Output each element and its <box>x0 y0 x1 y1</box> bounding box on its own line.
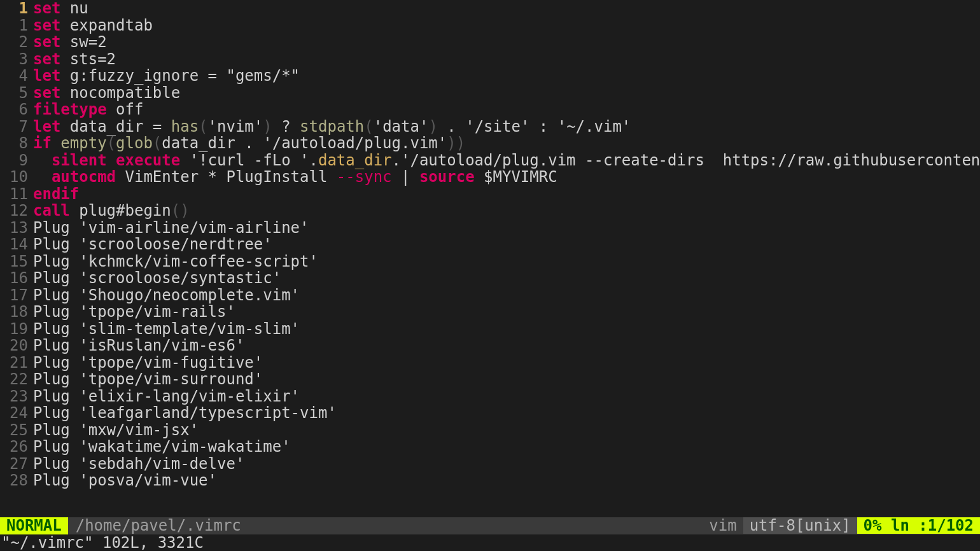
filetype-indicator: vim <box>703 517 743 534</box>
line-number: 16 <box>0 270 33 287</box>
code-line: 12 call plug#begin() <box>0 202 980 220</box>
code-line: 8 if empty(glob(data_dir . '/autoload/pl… <box>0 135 980 152</box>
code-line: 10 autocmd VimEnter * PlugInstall --sync… <box>0 169 980 186</box>
line-number: 13 <box>0 220 33 237</box>
code-line: 25Plug 'mxw/vim-jsx' <box>0 422 980 439</box>
line-content: Plug 'slim-template/vim-slim' <box>33 321 980 338</box>
code-line: 26Plug 'wakatime/vim-wakatime' <box>0 438 980 456</box>
line-number: 1 <box>0 17 33 34</box>
line-content: call plug#begin() <box>33 202 980 220</box>
line-number: 23 <box>0 388 33 405</box>
line-content: Plug 'tpope/vim-fugitive' <box>33 354 980 372</box>
line-content: silent execute '!curl -fLo '.data_dir.'/… <box>33 152 980 169</box>
line-number: 2 <box>0 34 33 51</box>
line-content: Plug 'Shougo/neocomplete.vim' <box>33 287 980 304</box>
line-content: Plug 'wakatime/vim-wakatime' <box>33 438 980 456</box>
line-content: filetype off <box>33 101 980 118</box>
line-content: set expandtab <box>33 17 980 34</box>
line-number: 14 <box>0 236 33 253</box>
code-line: 13Plug 'vim-airline/vim-airline' <box>0 220 980 237</box>
line-content: let data_dir = has('nvim') ? stdpath('da… <box>33 118 980 136</box>
code-line: 18Plug 'tpope/vim-rails' <box>0 303 980 321</box>
code-area[interactable]: 1 set nu 1 set expandtab 2 set sw=2 3 se… <box>0 0 980 489</box>
line-number: 21 <box>0 354 33 372</box>
line-number: 25 <box>0 422 33 439</box>
status-line: NORMAL /home/pavel/.vimrc vim utf-8[unix… <box>0 517 980 534</box>
line-content: set nu <box>33 0 980 17</box>
line-content: Plug 'tpope/vim-rails' <box>33 303 980 321</box>
line-number: 12 <box>0 202 33 220</box>
code-line: 7 let data_dir = has('nvim') ? stdpath('… <box>0 118 980 136</box>
line-content: Plug 'scrooloose/syntastic' <box>33 270 980 287</box>
line-number: 4 <box>0 67 33 85</box>
vim-editor[interactable]: 1 set nu 1 set expandtab 2 set sw=2 3 se… <box>0 0 980 551</box>
code-line: 15Plug 'kchmck/vim-coffee-script' <box>0 253 980 270</box>
line-content: set nocompatible <box>33 85 980 102</box>
line-number: 9 <box>0 152 33 169</box>
line-number: 20 <box>0 337 33 354</box>
code-line: 3 set sts=2 <box>0 51 980 68</box>
line-number: 3 <box>0 51 33 68</box>
code-line: 9 silent execute '!curl -fLo '.data_dir.… <box>0 152 980 169</box>
code-line: 2 set sw=2 <box>0 34 980 51</box>
command-line[interactable]: "~/.vimrc" 102L, 3321C <box>0 534 980 552</box>
code-line: 1 set nu <box>0 0 980 17</box>
code-line: 16Plug 'scrooloose/syntastic' <box>0 270 980 287</box>
line-content: let g:fuzzy_ignore = "gems/*" <box>33 67 980 85</box>
line-content: autocmd VimEnter * PlugInstall --sync | … <box>33 169 980 186</box>
encoding-indicator: utf-8[unix] <box>743 517 857 534</box>
code-line: 23Plug 'elixir-lang/vim-elixir' <box>0 388 980 405</box>
code-line: 1 set expandtab <box>0 17 980 34</box>
line-content: Plug 'sebdah/vim-delve' <box>33 456 980 473</box>
line-number: 27 <box>0 456 33 473</box>
line-content: Plug 'elixir-lang/vim-elixir' <box>33 388 980 405</box>
line-content: Plug 'vim-airline/vim-airline' <box>33 220 980 237</box>
line-number: 18 <box>0 303 33 321</box>
code-line: 11 endif <box>0 186 980 203</box>
line-content: Plug 'scrooloose/nerdtree' <box>33 236 980 253</box>
line-content: Plug 'kchmck/vim-coffee-script' <box>33 253 980 270</box>
line-number: 11 <box>0 186 33 203</box>
line-number: 15 <box>0 253 33 270</box>
line-content: set sts=2 <box>33 51 980 68</box>
line-number: 5 <box>0 85 33 102</box>
line-number: 24 <box>0 405 33 422</box>
code-line: 6 filetype off <box>0 101 980 118</box>
line-number: 22 <box>0 371 33 388</box>
line-number: 7 <box>0 118 33 136</box>
line-content: Plug 'isRuslan/vim-es6' <box>33 337 980 354</box>
line-number-current: 1 <box>0 0 33 17</box>
code-line: 20Plug 'isRuslan/vim-es6' <box>0 337 980 354</box>
vim-mode-indicator: NORMAL <box>0 517 68 534</box>
code-line: 24Plug 'leafgarland/typescript-vim' <box>0 405 980 422</box>
line-number: 26 <box>0 438 33 456</box>
line-content: set sw=2 <box>33 34 980 51</box>
line-content: Plug 'posva/vim-vue' <box>33 472 980 489</box>
code-line: 21Plug 'tpope/vim-fugitive' <box>0 354 980 372</box>
line-number: 17 <box>0 287 33 304</box>
code-line: 14Plug 'scrooloose/nerdtree' <box>0 236 980 253</box>
file-path: /home/pavel/.vimrc <box>68 517 703 534</box>
code-line: 17Plug 'Shougo/neocomplete.vim' <box>0 287 980 304</box>
line-content: Plug 'leafgarland/typescript-vim' <box>33 405 980 422</box>
line-number: 10 <box>0 169 33 186</box>
position-indicator: 0% ln :1/102 <box>857 517 980 534</box>
code-line: 4 let g:fuzzy_ignore = "gems/*" <box>0 67 980 85</box>
code-line: 19Plug 'slim-template/vim-slim' <box>0 321 980 338</box>
line-content: endif <box>33 186 980 203</box>
line-content: Plug 'tpope/vim-surround' <box>33 371 980 388</box>
line-number: 28 <box>0 472 33 489</box>
line-content: Plug 'mxw/vim-jsx' <box>33 422 980 439</box>
code-line: 27Plug 'sebdah/vim-delve' <box>0 456 980 473</box>
code-line: 28Plug 'posva/vim-vue' <box>0 472 980 489</box>
line-content: if empty(glob(data_dir . '/autoload/plug… <box>33 135 980 152</box>
code-line: 5 set nocompatible <box>0 85 980 102</box>
line-number: 6 <box>0 101 33 118</box>
line-number: 19 <box>0 321 33 338</box>
code-line: 22Plug 'tpope/vim-surround' <box>0 371 980 388</box>
line-number: 8 <box>0 135 33 152</box>
